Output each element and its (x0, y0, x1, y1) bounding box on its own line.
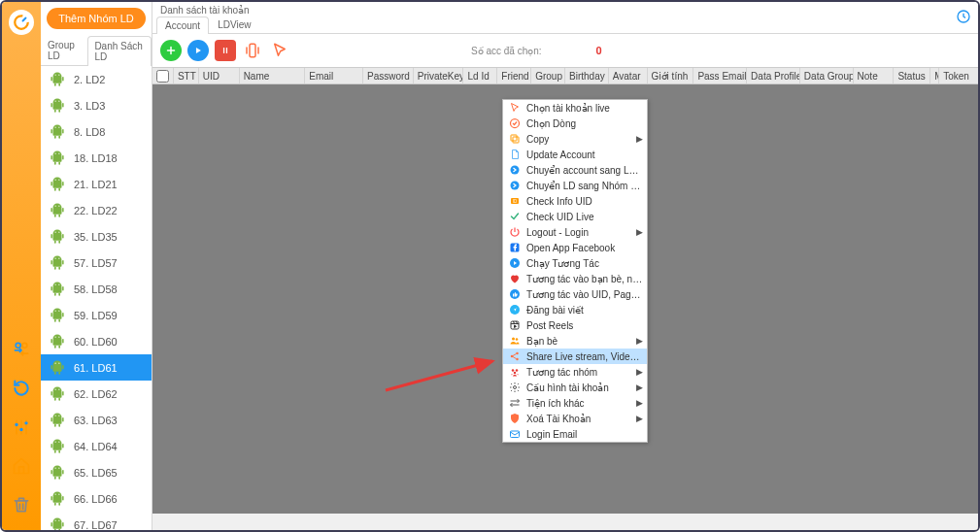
pause-button[interactable] (215, 40, 236, 61)
sidebar-item-ld[interactable]: 66. LD66 (41, 485, 152, 512)
sidebar-item-ld[interactable]: 18. LD18 (41, 145, 152, 171)
context-menu-item[interactable]: Logout - Login▶ (503, 224, 647, 240)
sidebar-item-ld[interactable]: 2. LD2 (41, 66, 152, 92)
context-menu-item[interactable]: Chạy Tương Tác (503, 255, 647, 271)
svg-rect-85 (62, 365, 64, 370)
add-group-button[interactable]: Thêm Nhóm LD (47, 8, 146, 29)
sidebar-item-ld[interactable]: 21. LD21 (41, 171, 152, 197)
horizontal-scrollbar[interactable] (152, 514, 978, 530)
context-menu-item[interactable]: Xoá Tài Khoản▶ (503, 411, 647, 426)
context-menu-item[interactable]: Login Email (503, 426, 647, 442)
col-token[interactable]: Token (939, 68, 978, 83)
svg-rect-84 (51, 365, 52, 370)
context-menu-item-label: Tương tác nhóm (526, 367, 636, 378)
mail-icon (507, 426, 523, 442)
sidebar-item-ld[interactable]: 63. LD63 (41, 407, 152, 433)
context-menu-item[interactable]: Open App Facebook (503, 240, 647, 255)
col-note[interactable]: Note (854, 68, 895, 83)
col-message[interactable]: Message (930, 68, 939, 83)
context-menu-item[interactable]: Chuyển account sang LD khác (503, 162, 647, 178)
context-menu-item[interactable]: Chọn Dòng (503, 116, 647, 131)
col-password[interactable]: Password (363, 68, 414, 83)
tab-ldview[interactable]: LDView (209, 16, 259, 33)
col-group[interactable]: Group (531, 68, 565, 83)
context-menu-item[interactable]: Tương tác nhóm▶ (503, 364, 647, 380)
col-friend[interactable]: Friend (497, 68, 531, 83)
sidebar-item-ld[interactable]: 22. LD22 (41, 197, 152, 223)
svg-rect-41 (53, 208, 62, 215)
col-birthday[interactable]: Birthday (565, 68, 609, 83)
svg-rect-164 (511, 431, 520, 438)
context-menu-item[interactable]: Tiện ích khác▶ (503, 395, 647, 411)
phone-vibrate-icon[interactable] (242, 40, 263, 61)
context-menu-item[interactable]: Chọn tài khoản live (503, 100, 647, 116)
selected-count-label: Số acc đã chọn: (471, 46, 542, 56)
chevron-right-icon: ▶ (636, 134, 643, 144)
chevron-right-icon: ▶ (636, 414, 643, 423)
svg-point-12 (58, 74, 59, 75)
col-uid[interactable]: UID (199, 68, 240, 83)
clock-icon[interactable] (955, 8, 972, 25)
context-menu-item[interactable]: Cấu hình tài khoản▶ (503, 380, 647, 395)
sidebar-item-ld[interactable]: 8. LD8 (41, 118, 152, 145)
sidebar-item-ld[interactable]: 62. LD62 (41, 381, 152, 407)
sidebar-item-ld[interactable]: 58. LD58 (41, 276, 152, 302)
svg-rect-9 (54, 83, 56, 85)
svg-rect-111 (53, 470, 62, 477)
col-ldid[interactable]: Ld Id (463, 68, 497, 83)
col-datagroup[interactable]: Data Group (800, 68, 854, 83)
context-menu-item[interactable]: Update Account (503, 147, 647, 162)
sidebar-item-ld[interactable]: 61. LD61 (41, 354, 152, 381)
context-menu-item[interactable]: Tương tác vào UID, Page ID (503, 286, 647, 302)
sidebar-item-ld[interactable]: 65. LD65 (41, 459, 152, 485)
context-menu-item[interactable]: Check UID Live (503, 209, 647, 224)
context-menu-item[interactable]: Share Live stream, Video, Seeding (503, 349, 647, 364)
context-menu-item[interactable]: Chuyển LD sang Nhóm khác (503, 178, 647, 193)
svg-rect-144 (513, 137, 519, 143)
tab-account[interactable]: Account (156, 17, 209, 34)
context-menu-item-label: Update Account (526, 150, 643, 160)
context-menu-item[interactable]: Đăng bài viết (503, 302, 647, 317)
col-avatar[interactable]: Avatar (609, 68, 648, 83)
col-status[interactable]: Status (894, 68, 930, 83)
svg-rect-62 (53, 286, 62, 293)
context-menu-item[interactable]: Post Reels (503, 317, 647, 333)
col-gioitinh[interactable]: Giới tính (648, 68, 694, 83)
sidebar-item-ld[interactable]: 59. LD59 (41, 302, 152, 328)
context-menu-item[interactable]: Bạn bè▶ (503, 333, 647, 349)
col-email[interactable]: Email (305, 68, 363, 83)
svg-rect-29 (62, 155, 64, 160)
context-menu-item[interactable]: Copy▶ (503, 131, 647, 147)
home-icon[interactable] (10, 454, 33, 478)
svg-rect-83 (53, 365, 62, 372)
sidebar-item-ld[interactable]: 60. LD60 (41, 328, 152, 354)
col-dataprofile[interactable]: Data Profile (747, 68, 800, 83)
add-button[interactable] (160, 40, 182, 61)
trash-icon[interactable] (10, 493, 33, 516)
sidebar-item-ld[interactable]: 67. LD67 (41, 512, 152, 530)
col-privatekey[interactable]: PrivateKey (414, 68, 464, 83)
svg-point-19 (58, 100, 59, 101)
refresh-icon[interactable] (10, 377, 33, 400)
ld-list[interactable]: 2. LD23. LD38. LD818. LD1821. LD2122. LD… (41, 66, 152, 530)
sidebar-item-ld[interactable]: 64. LD64 (41, 433, 152, 459)
users-swap-icon[interactable] (10, 338, 33, 361)
svg-rect-16 (54, 109, 56, 112)
ld-item-label: 8. LD8 (74, 126, 105, 138)
cursor-icon[interactable] (269, 40, 290, 61)
select-all-checkbox[interactable] (156, 70, 169, 83)
play-button[interactable] (187, 40, 209, 61)
tab-danh-sach-ld[interactable]: Danh Sách LD (87, 36, 152, 66)
tab-group-ld[interactable]: Group LD (41, 35, 87, 65)
svg-rect-145 (511, 135, 517, 141)
sliders-icon[interactable] (10, 416, 33, 439)
svg-rect-108 (58, 449, 60, 452)
col-stt[interactable]: STT (174, 68, 199, 83)
context-menu-item[interactable]: IDCheck Info UID (503, 193, 647, 209)
sidebar-item-ld[interactable]: 57. LD57 (41, 249, 152, 276)
sidebar-item-ld[interactable]: 3. LD3 (41, 92, 152, 118)
col-passemail[interactable]: Pass Email (693, 68, 747, 83)
col-name[interactable]: Name (240, 68, 306, 83)
sidebar-item-ld[interactable]: 35. LD35 (41, 223, 152, 249)
context-menu-item[interactable]: Tương tác vào bạn bè, nhóm của nick (503, 271, 647, 286)
